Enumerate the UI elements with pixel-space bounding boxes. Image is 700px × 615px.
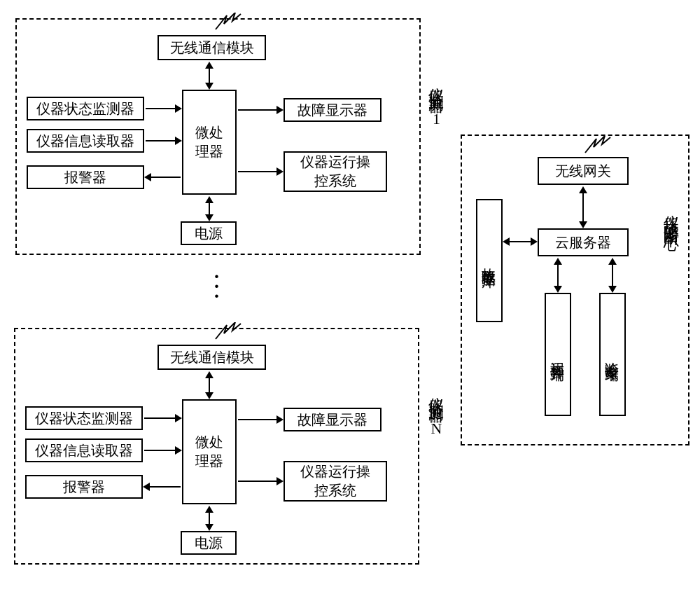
cloud-server: 云服务器 [538,228,629,256]
power-1: 电源 [181,221,237,245]
monitor-n-label: 仪器监测器 N [426,385,447,440]
wireless-module-n: 无线通信模块 [158,345,266,370]
expert-end: 诊断专家端 [599,293,626,416]
status-monitor-n: 仪器状态监测器 [25,406,143,430]
info-reader-1: 仪器信息读取器 [27,129,144,153]
alarm-n: 报警器 [25,475,143,499]
microprocessor-n: 微处 理器 [182,399,237,504]
status-monitor-1: 仪器状态监测器 [27,97,144,120]
fault-display-n: 故障显示器 [284,408,382,431]
control-system-1: 仪器运行操 控系统 [284,151,387,192]
fault-display-1: 故障显示器 [284,98,382,122]
wireless-module-1: 无线通信模块 [158,35,266,60]
fault-database: 故障数据库 [476,199,503,322]
power-n: 电源 [181,531,237,555]
monitor-1-label: 仪器监测器 1 [426,76,447,130]
wireless-gateway: 无线网关 [538,157,629,185]
vertical-ellipsis: ··· [214,272,219,301]
diagram-stage: 仪器监测器 1 无线通信模块 仪器状态监测器 仪器信息读取器 报警器 微处 理器… [0,0,700,615]
control-system-n: 仪器运行操 控系统 [284,461,387,502]
wireless-signal-icon-n [214,322,242,343]
diagnostic-center-label: 仪器故障诊断中心 [661,203,682,226]
gateway-signal-icon [584,136,612,157]
remote-client: 远程客户端 [545,293,571,416]
alarm-1: 报警器 [27,165,144,189]
microprocessor-1: 微处 理器 [182,90,237,195]
info-reader-n: 仪器信息读取器 [25,438,143,462]
wireless-signal-icon [214,13,242,34]
